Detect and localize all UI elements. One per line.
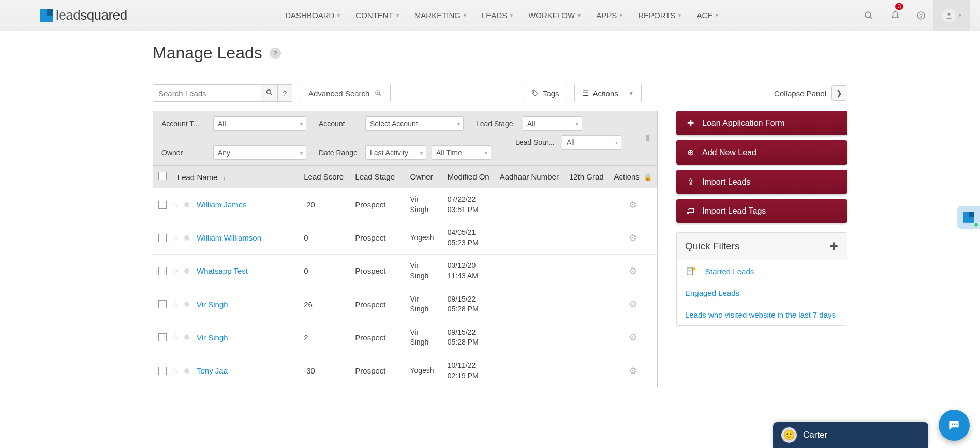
- cell-modified: 04/05/2105:23 PM: [442, 221, 495, 255]
- row-actions-gear-icon[interactable]: ⚙: [629, 266, 637, 276]
- col-grade[interactable]: 12th Grad: [564, 166, 609, 188]
- cell-owner: VirSingh: [405, 288, 442, 321]
- col-lead-score[interactable]: Lead Score: [299, 166, 350, 188]
- cell-aadhaar: [495, 188, 564, 221]
- quick-filters-title: Quick Filters: [685, 241, 740, 252]
- col-owner[interactable]: Owner: [405, 166, 442, 188]
- nav-item-marketing[interactable]: MARKETING▾: [414, 11, 466, 20]
- lead-name-link[interactable]: Whatsapp Test: [197, 266, 248, 275]
- collapse-panel-button[interactable]: ❯: [831, 85, 847, 101]
- star-icon[interactable]: ☆: [172, 366, 179, 376]
- toolbar: ? Advanced Search Tags ☰ Actions ▼ Colla…: [153, 84, 847, 102]
- lead-name-link[interactable]: William James: [197, 200, 247, 209]
- search-help-button[interactable]: ?: [278, 84, 292, 102]
- quick-filter-item[interactable]: Leads who visited website in the last 7 …: [677, 304, 847, 325]
- col-modified-on[interactable]: Modified On: [442, 166, 495, 188]
- side-action-button[interactable]: ✚Loan Application Form: [676, 111, 847, 135]
- filter-date-range-label: Date Range: [319, 148, 365, 157]
- col-aadhaar[interactable]: Aadhaar Number: [495, 166, 564, 188]
- advanced-search-button[interactable]: Advanced Search: [300, 84, 391, 102]
- row-actions-gear-icon[interactable]: ⚙: [629, 233, 637, 243]
- action-icon: 🏷: [686, 206, 695, 216]
- nav-item-ace[interactable]: ACE▾: [696, 11, 718, 20]
- cell-grade: [564, 354, 609, 387]
- row-actions-gear-icon[interactable]: ⚙: [629, 299, 637, 309]
- search-button[interactable]: [261, 84, 278, 102]
- search-icon[interactable]: [856, 0, 882, 31]
- select-all-checkbox[interactable]: [158, 172, 167, 180]
- svg-point-11: [533, 92, 534, 93]
- cell-grade: [564, 288, 609, 321]
- svg-line-8: [379, 94, 381, 96]
- cell-modified: 07/22/2203:51 PM: [442, 188, 495, 221]
- filter-account-select[interactable]: Select Account: [365, 116, 464, 131]
- page-help-icon[interactable]: ?: [270, 48, 281, 59]
- tags-button[interactable]: Tags: [524, 84, 567, 102]
- cell-aadhaar: [495, 288, 564, 321]
- lead-name-link[interactable]: Vir Singh: [197, 333, 228, 342]
- lock-icon[interactable]: 🔒: [644, 173, 652, 181]
- filter-lead-source-label: Lead Sour...: [515, 138, 562, 146]
- cell-stage: Prospect: [350, 255, 405, 288]
- star-icon[interactable]: ☆: [172, 300, 179, 309]
- row-actions-gear-icon[interactable]: ⚙: [629, 366, 637, 376]
- col-lead-stage[interactable]: Lead Stage: [350, 166, 405, 188]
- row-checkbox[interactable]: [158, 267, 167, 275]
- online-status-icon: [974, 222, 978, 227]
- col-lead-name[interactable]: Lead Name: [177, 173, 218, 182]
- status-dot-icon: [184, 335, 189, 340]
- column-toggle-icon[interactable]: ⦀: [646, 133, 650, 144]
- row-checkbox[interactable]: [158, 333, 167, 341]
- notifications-icon[interactable]: 3: [882, 0, 908, 31]
- side-action-button[interactable]: ⇪Import Leads: [676, 170, 847, 194]
- side-widget[interactable]: [957, 206, 980, 229]
- filter-lead-source-select[interactable]: All: [562, 135, 621, 150]
- nav-item-leads[interactable]: LEADS▾: [482, 11, 513, 20]
- nav-item-content[interactable]: CONTENT▾: [355, 11, 399, 20]
- nav-item-dashboard[interactable]: DASHBOARD▾: [285, 11, 340, 20]
- chevron-down-icon: ▾: [620, 12, 622, 18]
- nav-item-apps[interactable]: APPS▾: [596, 11, 622, 20]
- star-icon[interactable]: ☆: [172, 266, 179, 276]
- row-checkbox[interactable]: [158, 367, 167, 375]
- star-icon[interactable]: ☆: [172, 233, 179, 243]
- filter-lead-stage-select[interactable]: All: [523, 116, 582, 131]
- cell-score: 0: [299, 221, 350, 255]
- lead-name-link[interactable]: Vir Singh: [197, 300, 228, 309]
- quick-filter-item[interactable]: Engaged Leads: [677, 282, 847, 304]
- lead-name-link[interactable]: William Williamson: [197, 233, 261, 242]
- row-actions-gear-icon[interactable]: ⚙: [629, 332, 637, 342]
- row-checkbox[interactable]: [158, 300, 167, 308]
- logo-mark-icon: [40, 9, 53, 22]
- svg-point-0: [865, 12, 871, 18]
- status-dot-icon: [184, 302, 189, 307]
- collapse-panel-group: Collapse Panel ❯: [774, 85, 847, 101]
- filter-owner-select[interactable]: Any: [213, 145, 306, 160]
- row-checkbox[interactable]: [158, 201, 167, 209]
- cell-modified: 09/15/2205:28 PM: [442, 321, 495, 354]
- bulk-actions-button[interactable]: ☰ Actions ▼: [574, 84, 642, 102]
- star-icon[interactable]: ☆: [172, 200, 179, 210]
- row-checkbox[interactable]: [158, 234, 167, 242]
- cell-stage: Prospect: [350, 221, 405, 255]
- row-actions-gear-icon[interactable]: ⚙: [629, 200, 637, 210]
- filter-date-range-select[interactable]: Last Activity: [365, 145, 426, 160]
- nav-item-reports[interactable]: REPORTS▾: [638, 11, 681, 20]
- side-action-button[interactable]: 🏷Import Lead Tags: [676, 199, 847, 223]
- main-nav: DASHBOARD▾CONTENT▾MARKETING▾LEADS▾WORKFL…: [148, 11, 856, 20]
- filter-account-type-select[interactable]: All: [213, 116, 306, 131]
- nav-item-workflow[interactable]: WORKFLOW▾: [528, 11, 581, 20]
- logo[interactable]: leadsquared: [40, 7, 127, 23]
- add-filter-icon[interactable]: ✚: [829, 240, 838, 252]
- filter-date-time-select[interactable]: All Time: [432, 145, 491, 160]
- search-input[interactable]: [153, 84, 261, 102]
- side-action-button[interactable]: ⊕Add New Lead: [676, 140, 847, 165]
- cell-stage: Prospect: [350, 354, 405, 387]
- profile-menu[interactable]: ▾: [933, 0, 970, 31]
- chevron-down-icon: ▾: [510, 12, 513, 18]
- lead-name-link[interactable]: Tony Jaa: [197, 366, 228, 375]
- star-icon[interactable]: ☆: [172, 333, 179, 342]
- quick-filter-item[interactable]: 📋★Starred Leads: [677, 260, 847, 282]
- filter-owner-label: Owner: [161, 148, 213, 157]
- help-icon[interactable]: ?: [908, 0, 933, 31]
